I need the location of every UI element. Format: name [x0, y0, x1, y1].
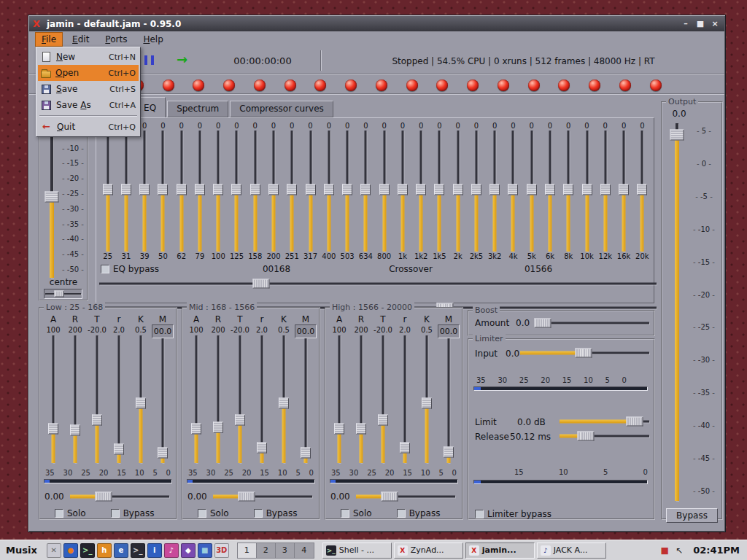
menu-item-open[interactable]: OpenCtrl+O [38, 65, 139, 81]
slider-handle[interactable] [252, 279, 269, 288]
bypass[interactable]: Bypass [111, 508, 155, 518]
slider-handle[interactable] [534, 318, 551, 327]
task-button-jamin[interactable]: Xjamin... [465, 542, 535, 559]
limiter-input-slider[interactable] [520, 347, 649, 358]
menu-item-quit[interactable]: QuitCtrl+Q [38, 119, 139, 135]
app-launcher-icon[interactable]: i [147, 543, 162, 558]
eq-band-slider[interactable] [541, 131, 559, 252]
eq-band-slider[interactable] [412, 131, 430, 252]
param-slider[interactable] [229, 335, 251, 463]
param-slider[interactable] [328, 335, 350, 463]
eq-band-slider[interactable] [486, 131, 504, 252]
solo-checkbox[interactable] [198, 509, 206, 518]
slider-handle[interactable] [121, 184, 131, 195]
slider-handle[interactable] [627, 416, 643, 426]
maximize-button[interactable]: ■ [694, 18, 706, 29]
eq-bypass[interactable]: EQ bypass [101, 264, 159, 274]
eq-band-slider[interactable] [154, 131, 172, 252]
eq-band-slider[interactable] [430, 131, 449, 252]
slider-handle[interactable] [324, 184, 334, 195]
param-slider[interactable] [86, 335, 108, 463]
slider-handle[interactable] [92, 414, 102, 425]
menu-item-save-as[interactable]: Save AsCtrl+A [38, 97, 139, 113]
slider-trough[interactable] [99, 282, 657, 284]
app-launcher-icon[interactable]: ✕ [47, 543, 61, 558]
slider-handle[interactable] [670, 129, 684, 140]
eq-band-slider[interactable] [560, 131, 578, 252]
eq-band-slider[interactable] [596, 131, 614, 252]
param-slider[interactable] [372, 335, 394, 463]
app-launcher-icon[interactable]: ♪ [164, 543, 179, 558]
slider-handle[interactable] [471, 184, 481, 195]
slider-handle[interactable] [139, 184, 150, 195]
solo[interactable]: Solo [55, 508, 86, 518]
slider-handle[interactable] [563, 184, 573, 195]
menu-ports[interactable]: Ports [98, 32, 133, 47]
param-slider[interactable] [108, 335, 130, 463]
eq-band-slider[interactable] [117, 131, 135, 252]
slider-handle[interactable] [334, 423, 344, 434]
app-launcher-icon[interactable]: >_ [131, 543, 145, 558]
tab-compressor-curves[interactable]: Compressor curves [230, 101, 333, 117]
slider-handle[interactable] [356, 423, 366, 434]
workspace-3[interactable]: 3 [276, 543, 295, 558]
slider-handle[interactable] [257, 443, 267, 454]
taskbar-menu-button[interactable]: Musix [3, 545, 43, 556]
slider-handle[interactable] [582, 184, 592, 195]
eq-band-slider[interactable] [283, 131, 301, 252]
app-launcher-icon[interactable]: ■ [198, 543, 212, 558]
param-slider[interactable] [207, 335, 229, 463]
slider-handle[interactable] [195, 184, 205, 195]
eq-band-slider[interactable] [228, 131, 246, 252]
slider-handle[interactable] [177, 184, 187, 195]
slider-handle[interactable] [231, 184, 241, 195]
slider-handle[interactable] [575, 348, 592, 357]
slider-handle[interactable] [158, 448, 168, 459]
slider-handle[interactable] [268, 184, 279, 195]
limiter-release-slider[interactable] [560, 430, 649, 441]
eq-band-slider[interactable] [209, 131, 228, 252]
param-slider[interactable] [64, 335, 86, 463]
slider-handle[interactable] [637, 184, 647, 195]
app-launcher-icon[interactable]: ● [63, 543, 78, 558]
eq-band-slider[interactable] [449, 131, 467, 252]
slider-handle[interactable] [103, 184, 113, 195]
slider-handle[interactable] [235, 414, 245, 425]
workspace-4[interactable]: 4 [295, 543, 314, 558]
menu-item-save[interactable]: SaveCtrl+S [38, 81, 139, 97]
workspace-2[interactable]: 2 [257, 543, 276, 558]
bypass-checkbox[interactable] [111, 509, 120, 518]
eq-band-slider[interactable] [375, 131, 393, 252]
slider-handle[interactable] [434, 184, 444, 195]
minimize-button[interactable]: – [680, 18, 692, 29]
tab-spectrum[interactable]: Spectrum [167, 101, 228, 117]
eq-band-slider[interactable] [467, 131, 485, 252]
close-button[interactable]: × [709, 18, 721, 29]
slider-trough[interactable] [305, 338, 307, 463]
slider-handle[interactable] [213, 184, 223, 195]
limiter-limit-slider[interactable] [560, 416, 649, 427]
slider-handle[interactable] [527, 184, 537, 195]
slider-handle[interactable] [600, 184, 611, 195]
slider-handle[interactable] [136, 397, 146, 408]
limiter-bypass-checkbox[interactable] [475, 510, 484, 518]
slider-handle[interactable] [279, 397, 289, 408]
slider-trough[interactable] [162, 338, 164, 463]
slider-handle[interactable] [213, 422, 223, 433]
slider-handle[interactable] [489, 184, 500, 195]
limiter-bypass[interactable]: Limiter bypass [475, 509, 551, 519]
param-slider[interactable] [416, 335, 438, 463]
menu-help[interactable]: Help [136, 32, 169, 47]
param-slider[interactable] [152, 338, 174, 463]
slider-handle[interactable] [545, 184, 555, 195]
pause-button[interactable] [144, 55, 154, 65]
slider-handle[interactable] [360, 184, 371, 195]
slider-handle[interactable] [398, 184, 408, 195]
slider-handle[interactable] [416, 184, 426, 195]
slider-handle[interactable] [342, 184, 352, 195]
slider-handle[interactable] [378, 414, 388, 425]
slider-handle[interactable] [577, 431, 594, 440]
tray-icon[interactable]: ■ [659, 545, 670, 556]
task-button-zynad[interactable]: XZynAd... [394, 542, 463, 559]
slider-handle[interactable] [422, 397, 432, 408]
